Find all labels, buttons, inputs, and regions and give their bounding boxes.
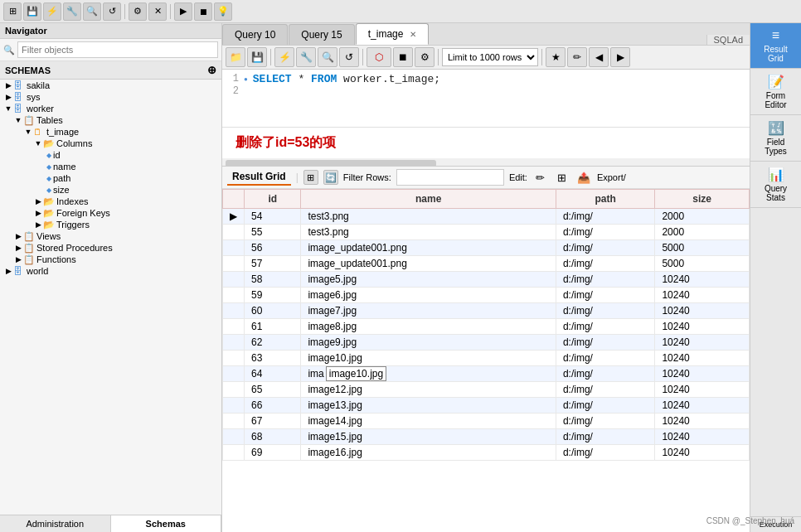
cell-path[interactable]: d:/img/ xyxy=(556,225,654,240)
h-scroll-area[interactable] xyxy=(222,158,750,167)
cell-path[interactable]: d:/img/ xyxy=(556,240,654,256)
right-panel-form-editor[interactable]: 📝 FormEditor xyxy=(750,69,801,115)
th-size[interactable]: size xyxy=(655,190,750,209)
cell-name[interactable]: image15.jpg xyxy=(301,429,556,445)
cell-name[interactable]: image14.jpg xyxy=(301,414,556,429)
cell-id[interactable]: 61 xyxy=(245,319,301,335)
cell-path[interactable]: d:/img/ xyxy=(556,256,654,272)
cell-name[interactable]: image10.jpg xyxy=(301,351,556,366)
cell-path[interactable]: d:/img/ xyxy=(556,382,654,398)
cell-name[interactable]: image9.jpg xyxy=(301,335,556,351)
cell-id[interactable]: 65 xyxy=(245,382,301,398)
schemas-icon[interactable]: ⊕ xyxy=(207,64,216,76)
cell-name[interactable]: test3.png xyxy=(301,225,556,240)
tree-item-stored-procedures[interactable]: ▶ 📋 Stored Procedures xyxy=(0,242,221,254)
tree-item-sys[interactable]: ▶ 🗄 sys xyxy=(0,91,221,103)
th-id[interactable]: id xyxy=(245,190,301,209)
table-row[interactable]: 56image_update001.pngd:/img/5000 xyxy=(223,240,750,256)
cell-name[interactable]: test3.png xyxy=(301,209,556,225)
qbtn-wrench[interactable]: 🔧 xyxy=(296,47,316,67)
filter-rows-input[interactable] xyxy=(396,169,504,186)
data-table-wrap[interactable]: id name path size ▶54test3.pngd:/img/200… xyxy=(222,189,750,532)
table-row[interactable]: 65image12.jpgd:/img/10240 xyxy=(223,382,750,398)
tree-item-col-id[interactable]: ◆ id xyxy=(0,149,221,161)
qbtn-search[interactable]: 🔍 xyxy=(318,47,337,67)
tree-item-t_image[interactable]: ▼ 🗒 t_image xyxy=(0,126,221,138)
cell-name[interactable]: image7.jpg xyxy=(301,303,556,319)
qbtn-edit[interactable]: ✏ xyxy=(567,47,587,67)
qbtn-next[interactable]: ▶ xyxy=(610,47,630,67)
cell-path[interactable]: d:/img/ xyxy=(556,366,654,382)
qbtn-star[interactable]: ★ xyxy=(546,47,566,67)
tree-item-columns[interactable]: ▼ 📂 Columns xyxy=(0,138,221,149)
cell-id[interactable]: 56 xyxy=(245,240,301,256)
cell-path[interactable]: d:/img/ xyxy=(556,351,654,366)
table-row[interactable]: 59image6.jpgd:/img/10240 xyxy=(223,288,750,303)
cell-id[interactable]: 62 xyxy=(245,335,301,351)
cell-id[interactable]: 55 xyxy=(245,225,301,240)
table-row[interactable]: 62image9.jpgd:/img/10240 xyxy=(223,335,750,351)
cell-id[interactable]: 64 xyxy=(245,366,301,382)
cell-name[interactable]: imaimage10.jpg xyxy=(301,366,556,382)
table-row[interactable]: 60image7.jpgd:/img/10240 xyxy=(223,303,750,319)
edit-grid-icon[interactable]: ⊞ xyxy=(554,169,570,186)
tab-query15[interactable]: Query 15 xyxy=(289,24,354,45)
cell-size[interactable]: 10240 xyxy=(655,445,750,461)
cell-path[interactable]: d:/img/ xyxy=(556,272,654,288)
table-row[interactable]: 64imaimage10.jpgd:/img/10240 xyxy=(223,366,750,382)
cell-name[interactable]: image6.jpg xyxy=(301,288,556,303)
cell-name[interactable]: image_update001.png xyxy=(301,256,556,272)
toolbar-icon-search[interactable]: 🔍 xyxy=(83,2,101,21)
cell-id[interactable]: 57 xyxy=(245,256,301,272)
table-row[interactable]: 66image13.jpgd:/img/10240 xyxy=(223,398,750,414)
qbtn-special[interactable]: ⬡ xyxy=(367,47,391,67)
cell-name[interactable]: image13.jpg xyxy=(301,398,556,414)
cell-path[interactable]: d:/img/ xyxy=(556,445,654,461)
table-row[interactable]: 57image_update001.pngd:/img/5000 xyxy=(223,256,750,272)
tree-item-world[interactable]: ▶ 🗄 world xyxy=(0,265,221,277)
qbtn-save[interactable]: 💾 xyxy=(247,47,267,67)
qbtn-stop[interactable]: ⏹ xyxy=(393,47,413,67)
qbtn-refresh[interactable]: ↺ xyxy=(339,47,359,67)
tab-close-icon[interactable]: ✕ xyxy=(410,30,416,39)
th-path[interactable]: path xyxy=(556,190,654,209)
edit-export-icon[interactable]: 📤 xyxy=(575,169,592,186)
qbtn-lightning[interactable]: ⚡ xyxy=(274,47,294,67)
cell-id[interactable]: 59 xyxy=(245,288,301,303)
tab-query10[interactable]: Query 10 xyxy=(222,24,288,45)
cell-id[interactable]: 58 xyxy=(245,272,301,288)
cell-path[interactable]: d:/img/ xyxy=(556,429,654,445)
toolbar-icon-save[interactable]: 💾 xyxy=(23,2,41,21)
tab-administration[interactable]: Administration xyxy=(0,515,111,532)
cell-size[interactable]: 10240 xyxy=(655,335,750,351)
filter-objects-input[interactable] xyxy=(17,41,218,58)
tree-item-functions[interactable]: ▶ 📋 Functions xyxy=(0,254,221,265)
tree-item-sakila[interactable]: ▶ 🗄 sakila xyxy=(0,80,221,91)
cell-size[interactable]: 10240 xyxy=(655,288,750,303)
tree-item-triggers[interactable]: ▶ 📂 Triggers xyxy=(0,219,221,230)
tree-item-indexes[interactable]: ▶ 📂 Indexes xyxy=(0,196,221,207)
table-row[interactable]: 55test3.pngd:/img/2000 xyxy=(223,225,750,240)
cell-name[interactable]: image16.jpg xyxy=(301,445,556,461)
table-row[interactable]: 68image15.jpgd:/img/10240 xyxy=(223,429,750,445)
toolbar-icon-settings[interactable]: ⚙ xyxy=(129,2,147,21)
table-row[interactable]: 63image10.jpgd:/img/10240 xyxy=(223,351,750,366)
cell-size[interactable]: 10240 xyxy=(655,319,750,335)
table-row[interactable]: 61image8.jpgd:/img/10240 xyxy=(223,319,750,335)
tab-schemas[interactable]: Schemas xyxy=(111,515,222,532)
tree-item-col-path[interactable]: ◆ path xyxy=(0,172,221,184)
result-grid-icon[interactable]: ⊞ xyxy=(303,170,318,185)
cell-name[interactable]: image_update001.png xyxy=(301,240,556,256)
right-panel-result-grid[interactable]: ≡ ResultGrid xyxy=(750,23,801,69)
tree-item-tables[interactable]: ▼ 📋 Tables xyxy=(0,114,221,126)
cell-size[interactable]: 10240 xyxy=(655,398,750,414)
cell-size[interactable]: 10240 xyxy=(655,414,750,429)
cell-name[interactable]: image8.jpg xyxy=(301,319,556,335)
table-row[interactable]: 67image14.jpgd:/img/10240 xyxy=(223,414,750,429)
cell-size[interactable]: 10240 xyxy=(655,366,750,382)
qbtn-open[interactable]: 📁 xyxy=(226,47,245,67)
table-row[interactable]: ▶54test3.pngd:/img/2000 xyxy=(223,209,750,225)
cell-size[interactable]: 10240 xyxy=(655,351,750,366)
cell-id[interactable]: 63 xyxy=(245,351,301,366)
tree-item-views[interactable]: ▶ 📋 Views xyxy=(0,230,221,242)
